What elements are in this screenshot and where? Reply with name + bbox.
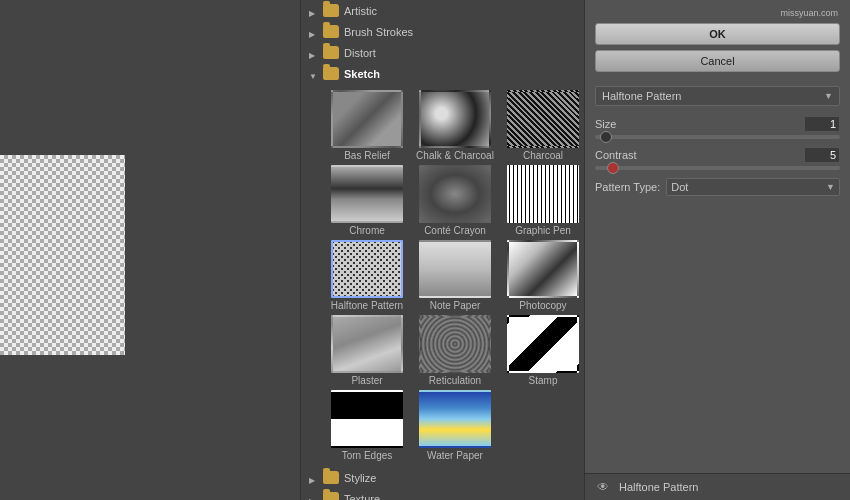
tree-arrow-brush-strokes [309, 27, 319, 37]
controls-area: Halftone Pattern ▼ Size Contrast [585, 78, 850, 284]
contrast-slider-thumb[interactable] [607, 162, 619, 174]
size-label-row: Size [595, 116, 840, 132]
watermark: missyuan.com [595, 8, 840, 18]
filter-thumb-photocopy[interactable]: Photocopy [501, 240, 585, 311]
filter-thumb-img-water-paper [419, 390, 491, 448]
pattern-type-label: Pattern Type: [595, 181, 660, 193]
filter-thumb-conte-crayon[interactable]: Conté Crayon [413, 165, 497, 236]
filter-thumb-stamp[interactable]: Stamp [501, 315, 585, 386]
tree-arrow-texture [309, 494, 319, 501]
filter-thumb-img-stamp [507, 315, 579, 373]
folder-icon-distort [323, 46, 339, 59]
contrast-value-input[interactable] [804, 147, 840, 163]
top-buttons-area: missyuan.com OK Cancel [585, 0, 850, 78]
canvas-preview [0, 155, 125, 355]
contrast-label: Contrast [595, 149, 637, 161]
folder-icon-texture [323, 492, 339, 500]
tree-item-texture[interactable]: Texture [301, 488, 584, 500]
filter-thumb-img-halftone-pattern [331, 240, 403, 298]
filter-thumb-chrome[interactable]: Chrome [325, 165, 409, 236]
filter-thumb-label-note-paper: Note Paper [430, 300, 481, 311]
filter-thumb-img-graphic-pen [507, 165, 579, 223]
size-control: Size [595, 116, 840, 139]
folder-icon-artistic [323, 4, 339, 17]
filter-thumb-img-bas-relief [331, 90, 403, 148]
pattern-type-arrow: ▼ [826, 182, 835, 192]
filter-thumb-img-plaster [331, 315, 403, 373]
filter-thumb-img-conte-crayon [419, 165, 491, 223]
filter-thumb-img-note-paper [419, 240, 491, 298]
tree-label-brush-strokes: Brush Strokes [344, 26, 413, 38]
filter-thumb-label-chalk-charcoal: Chalk & Charcoal [416, 150, 494, 161]
cancel-button[interactable]: Cancel [595, 50, 840, 72]
filter-thumb-note-paper[interactable]: Note Paper [413, 240, 497, 311]
filter-dropdown-value: Halftone Pattern [602, 90, 682, 102]
filter-panel: Artistic Brush Strokes Distort Sketch Ba… [300, 0, 585, 500]
filter-thumb-img-torn-edges [331, 390, 403, 448]
pattern-type-row: Pattern Type: Dot ▼ [595, 178, 840, 196]
filter-thumb-bas-relief[interactable]: Bas Relief [325, 90, 409, 161]
tree-label-stylize: Stylize [344, 472, 376, 484]
filter-thumb-img-reticulation [419, 315, 491, 373]
ok-button[interactable]: OK [595, 23, 840, 45]
layer-visibility-icon[interactable] [595, 479, 611, 495]
layer-name: Halftone Pattern [619, 481, 699, 493]
filter-thumb-img-photocopy [507, 240, 579, 298]
filter-thumb-label-plaster: Plaster [351, 375, 382, 386]
tree-label-sketch: Sketch [344, 68, 380, 80]
tree-label-artistic: Artistic [344, 5, 377, 17]
tree-item-brush-strokes[interactable]: Brush Strokes [301, 21, 584, 42]
folder-icon-brush-strokes [323, 25, 339, 38]
tree-item-sketch[interactable]: Sketch [301, 63, 584, 84]
tree-arrow-distort [309, 48, 319, 58]
filter-thumb-label-halftone-pattern: Halftone Pattern [331, 300, 403, 311]
filter-thumb-label-water-paper: Water Paper [427, 450, 483, 461]
pattern-type-value: Dot [671, 181, 688, 193]
tree-item-distort[interactable]: Distort [301, 42, 584, 63]
filter-thumb-plaster[interactable]: Plaster [325, 315, 409, 386]
contrast-control: Contrast [595, 147, 840, 170]
filter-thumb-label-torn-edges: Torn Edges [342, 450, 393, 461]
filter-dropdown[interactable]: Halftone Pattern ▼ [595, 86, 840, 106]
contrast-slider-track[interactable] [595, 166, 840, 170]
filter-thumb-img-chrome [331, 165, 403, 223]
folder-icon-stylize [323, 471, 339, 484]
right-panel: missyuan.com OK Cancel Halftone Pattern … [585, 0, 850, 500]
filter-thumb-water-paper[interactable]: Water Paper [413, 390, 497, 461]
canvas-area [0, 0, 300, 500]
tree-arrow-artistic [309, 6, 319, 16]
filter-thumb-img-chalk-charcoal [419, 90, 491, 148]
filter-thumb-label-charcoal: Charcoal [523, 150, 563, 161]
filter-thumb-img-charcoal [507, 90, 579, 148]
sketch-grid: Bas ReliefChalk & CharcoalCharcoalChrome… [301, 84, 584, 467]
spacer [585, 284, 850, 474]
filter-thumb-label-bas-relief: Bas Relief [344, 150, 390, 161]
tree-label-texture: Texture [344, 493, 380, 501]
pattern-type-select[interactable]: Dot ▼ [666, 178, 840, 196]
tree-arrow-sketch [309, 69, 319, 79]
tree-arrow-stylize [309, 473, 319, 483]
size-slider-track[interactable] [595, 135, 840, 139]
filter-thumb-reticulation[interactable]: Reticulation [413, 315, 497, 386]
filter-thumb-halftone-pattern[interactable]: Halftone Pattern [325, 240, 409, 311]
layers-bar: Halftone Pattern [585, 473, 850, 500]
filter-thumb-chalk-charcoal[interactable]: Chalk & Charcoal [413, 90, 497, 161]
filter-thumb-graphic-pen[interactable]: Graphic Pen [501, 165, 585, 236]
filter-thumb-label-reticulation: Reticulation [429, 375, 481, 386]
tree-label-distort: Distort [344, 47, 376, 59]
filter-dropdown-arrow: ▼ [824, 91, 833, 101]
filter-thumb-charcoal[interactable]: Charcoal [501, 90, 585, 161]
filter-thumb-label-chrome: Chrome [349, 225, 385, 236]
filter-thumb-label-stamp: Stamp [529, 375, 558, 386]
filter-thumb-label-photocopy: Photocopy [519, 300, 566, 311]
filter-thumb-label-conte-crayon: Conté Crayon [424, 225, 486, 236]
filter-thumb-label-graphic-pen: Graphic Pen [515, 225, 571, 236]
folder-icon-sketch [323, 67, 339, 80]
contrast-label-row: Contrast [595, 147, 840, 163]
filter-thumb-torn-edges[interactable]: Torn Edges [325, 390, 409, 461]
size-value-input[interactable] [804, 116, 840, 132]
tree-item-stylize[interactable]: Stylize [301, 467, 584, 488]
tree-item-artistic[interactable]: Artistic [301, 0, 584, 21]
size-slider-thumb[interactable] [600, 131, 612, 143]
size-label: Size [595, 118, 616, 130]
